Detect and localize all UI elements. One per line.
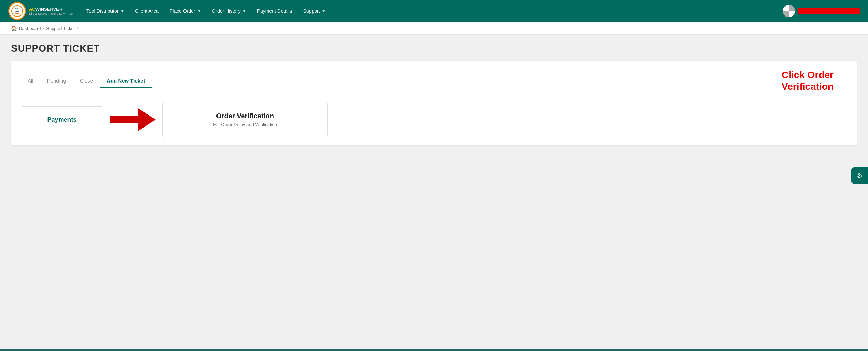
- tabs-bar: All Pending Close Add New Ticket Click O…: [21, 69, 847, 92]
- chevron-down-icon: ▼: [243, 9, 246, 13]
- order-verification-option-subtitle: For Order Delay and Verification: [213, 122, 277, 127]
- chevron-down-icon: ▼: [322, 9, 326, 13]
- svg-rect-5: [789, 5, 795, 11]
- nav-item-order-history[interactable]: Order History ▼: [206, 0, 251, 22]
- breadcrumb-sep-2: /: [77, 26, 78, 31]
- click-annotation: Click Order Verification: [782, 69, 834, 92]
- svg-text:WIN: WIN: [15, 11, 19, 13]
- page-title: SUPPORT TICKET: [11, 43, 857, 54]
- nav-item-client-area[interactable]: Client Area: [129, 0, 164, 22]
- settings-fab[interactable]: ⚙: [851, 167, 868, 184]
- breadcrumb: 🏠 Dashboard / Support Ticket /: [0, 22, 868, 35]
- logo-icon: AC WIN: [8, 2, 26, 20]
- page-content: SUPPORT TICKET All Pending Close Add New…: [0, 35, 868, 349]
- gear-icon: ⚙: [857, 172, 863, 180]
- tab-add-new-ticket[interactable]: Add New Ticket: [100, 74, 152, 88]
- breadcrumb-current: Support Ticket: [46, 26, 75, 31]
- nav-item-payment-details[interactable]: Payment Details: [252, 0, 298, 22]
- home-icon: 🏠: [11, 25, 17, 31]
- tab-pending[interactable]: Pending: [40, 74, 73, 88]
- payments-option-title: Payments: [47, 116, 76, 123]
- user-name-redacted: [798, 8, 860, 14]
- ticket-option-payments[interactable]: Payments: [21, 106, 103, 133]
- support-ticket-card: All Pending Close Add New Ticket Click O…: [11, 61, 857, 145]
- svg-rect-7: [789, 11, 795, 17]
- nav-menu: Tool Distributor ▼ Client Area Place Ord…: [81, 0, 780, 22]
- ticket-option-order-verification[interactable]: Order Verification For Order Delay and V…: [162, 102, 328, 137]
- brand-logo[interactable]: AC WIN ACWINSERVER Direct Source Always …: [8, 2, 73, 20]
- breadcrumb-home[interactable]: Dashboard: [19, 26, 41, 31]
- brand-tagline: Direct Source Always Low Price: [29, 12, 73, 15]
- nav-item-support[interactable]: Support ▼: [298, 0, 331, 22]
- tab-close[interactable]: Close: [73, 74, 100, 88]
- nav-item-tool-distributor[interactable]: Tool Distributor ▼: [81, 0, 129, 22]
- footer: ACWINSERVER.COM Useful Links Solutions C…: [0, 349, 868, 351]
- avatar[interactable]: [783, 5, 795, 17]
- brand-name: ACWINSERVER: [29, 7, 73, 12]
- user-area: [783, 5, 860, 17]
- svg-rect-4: [783, 5, 789, 11]
- svg-text:AC: AC: [15, 7, 19, 10]
- tab-all[interactable]: All: [21, 74, 40, 88]
- chevron-down-icon: ▼: [120, 9, 124, 13]
- breadcrumb-sep-1: /: [43, 26, 44, 31]
- chevron-down-icon: ▼: [198, 9, 201, 13]
- ticket-options-wrapper: Payments Order Verification For Order De…: [21, 102, 847, 137]
- order-verification-option-title: Order Verification: [216, 112, 274, 120]
- navbar: AC WIN ACWINSERVER Direct Source Always …: [0, 0, 868, 22]
- arrow-right-icon: [110, 108, 156, 131]
- svg-rect-6: [783, 11, 789, 17]
- svg-rect-3: [15, 13, 19, 14]
- arrow-container: [103, 108, 162, 131]
- nav-item-place-order[interactable]: Place Order ▼: [164, 0, 207, 22]
